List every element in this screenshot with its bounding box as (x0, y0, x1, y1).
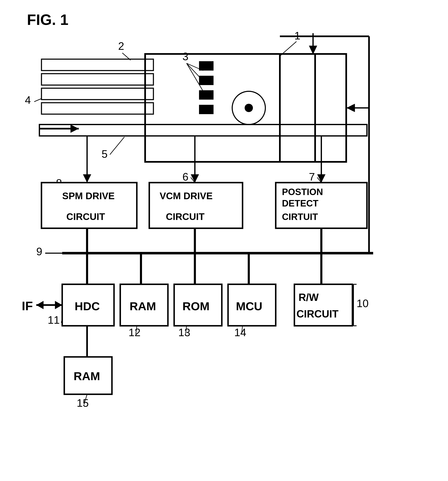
svg-text:ROM: ROM (183, 300, 210, 313)
svg-text:14: 14 (234, 326, 246, 338)
svg-text:IF: IF (22, 299, 33, 313)
svg-text:5: 5 (102, 148, 108, 160)
svg-text:CIRCUIT: CIRCUIT (66, 211, 105, 222)
svg-text:RAM: RAM (73, 369, 100, 383)
svg-rect-15 (199, 76, 213, 85)
svg-rect-16 (199, 90, 213, 100)
svg-text:4: 4 (25, 94, 31, 106)
svg-text:3: 3 (183, 50, 188, 62)
svg-text:13: 13 (178, 326, 190, 338)
svg-text:HDC: HDC (75, 300, 100, 313)
fig-title: FIG. 1 (27, 11, 68, 28)
svg-text:RAM: RAM (130, 300, 156, 313)
svg-text:DETECT: DETECT (282, 198, 318, 208)
svg-rect-0 (0, 0, 448, 481)
svg-text:SPM DRIVE: SPM DRIVE (62, 190, 115, 201)
diagram-container: FIG. 1 1 2 3 (0, 0, 448, 481)
svg-text:6: 6 (183, 171, 188, 183)
svg-text:CIRCUIT: CIRCUIT (296, 308, 338, 320)
svg-text:7: 7 (309, 171, 315, 183)
svg-text:9: 9 (36, 246, 42, 257)
svg-text:CIRCUIT: CIRCUIT (166, 211, 205, 222)
svg-text:VCM DRIVE: VCM DRIVE (160, 190, 213, 201)
svg-text:CIRTUIT: CIRTUIT (282, 212, 318, 222)
svg-text:11: 11 (48, 314, 60, 326)
svg-text:12: 12 (129, 326, 140, 338)
svg-text:MCU: MCU (236, 300, 263, 313)
svg-text:R/W: R/W (299, 292, 319, 303)
svg-text:15: 15 (77, 397, 89, 409)
svg-text:POSTION: POSTION (282, 187, 323, 197)
svg-rect-17 (199, 105, 213, 114)
svg-point-19 (245, 104, 253, 112)
svg-text:2: 2 (118, 40, 124, 52)
svg-text:10: 10 (357, 297, 369, 309)
svg-rect-14 (199, 61, 213, 71)
